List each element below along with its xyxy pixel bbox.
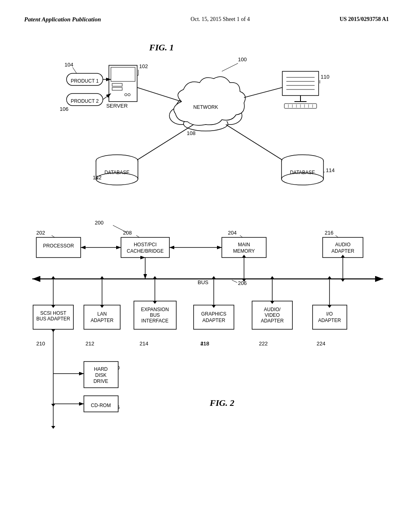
scsi-label2: BUS ADAPTER [36,316,70,322]
audio-adapter-label1: AUDIO [335,242,350,247]
publication-date-sheet: Oct. 15, 2015 Sheet 1 of 4 [191,16,250,23]
io-box [313,305,347,329]
io-label2: ADAPTER [318,318,341,323]
main-memory-label2: MEMORY [233,248,255,254]
ref-216: 216 [325,230,334,236]
main-memory-label1: MAIN [238,242,250,247]
ref-112: 112 [93,175,102,181]
line-network-monitor [244,87,282,98]
ref-212: 212 [86,341,94,347]
fig2-label: FIG. 2 [209,398,234,408]
hdd-label1: HARD [94,366,108,372]
hdd-label3: DRIVE [94,378,108,384]
ref-110: 110 [321,74,330,80]
ref-200: 200 [95,220,104,226]
io-label1: I/O [326,311,333,317]
server-screen [111,67,135,81]
figure-1: FIG. 1 100 102 SERVER PRODUCT 1 104 [24,35,389,204]
server-label: SERVER [106,103,127,109]
ref-222: 222 [259,341,268,347]
ref-208: 208 [123,230,132,236]
expansion-label1: EXPANSION [141,307,169,312]
graphics-box [194,305,234,329]
bus-label: BUS [198,279,209,285]
ref-108: 108 [187,130,196,136]
server-drive2 [112,87,122,90]
expansion-label3: INTERFACE [141,318,168,324]
arrow-ext-down [51,426,55,429]
ref-104: 104 [65,62,73,68]
server-drive1 [112,83,122,86]
arrow-graphics-up [212,276,216,279]
host-pci-label1: HOST/PCI [134,242,157,247]
ref-102: 102 [139,63,148,69]
ref-106: 106 [60,106,69,112]
expansion-label2: BUS [150,312,160,318]
graphics-label1: GRAPHICS [201,311,227,317]
db1-label: DATABASE [104,170,129,175]
lan-label1: LAN [97,311,106,317]
ref-210: 210 [36,341,45,347]
hdd-label2: DISK [95,372,106,378]
ref-224: 224 [317,341,325,347]
graphics-label2: ADAPTER [202,318,225,323]
figure-2: 200 202 PROCESSOR 208 HOST/PCI CACHE/BRI… [24,212,389,438]
ref-100: 100 [238,56,247,62]
network-label: NETWORK [193,104,218,110]
publication-number: US 2015/0293758 A1 [340,16,389,23]
lan-label2: ADAPTER [91,318,114,323]
ref-204: 204 [228,230,237,236]
ref-202: 202 [36,230,45,236]
line-network-db1 [137,125,194,160]
monitor-screen [282,71,319,96]
server-dot [125,94,127,96]
audio-video-label3: ADAPTER [261,318,284,324]
server-dot2 [128,94,130,96]
svg-line-3 [73,67,77,73]
lan-box [84,305,120,329]
arrow-audio-down [341,279,345,282]
audio-video-label2: VIDEO [265,312,280,318]
cdrom-label: CD-ROM [91,403,111,408]
svg-line-0 [222,63,238,71]
arrow-avideo-up [270,276,274,279]
host-pci-label2: CACHE/BRIDGE [127,248,163,254]
fig1-svg: FIG. 1 100 102 SERVER PRODUCT 1 104 [24,35,387,204]
ref-214: 214 [140,341,148,347]
fig1-label: FIG. 1 [149,42,174,52]
audio-video-label1: AUDIO/ [264,307,281,312]
page: Patent Application Publication Oct. 15, … [0,0,413,532]
arrow-p2-server [103,94,111,100]
fig2-svg: 200 202 PROCESSOR 208 HOST/PCI CACHE/BRI… [24,212,395,438]
arrow-exp-up [153,276,157,279]
arrow-lan-up [100,276,104,279]
ref-218-correct: 218 [200,341,209,347]
svg-line-18 [232,280,237,283]
db2-label: DATABASE [290,170,315,175]
arrow-scsi-up [51,276,55,279]
product1-label: PRODUCT 1 [71,78,98,84]
publication-title: Patent Application Publication [24,16,101,23]
ref-114: 114 [326,167,335,173]
arrow-hdd-down [51,329,55,332]
processor-label: PROCESSOR [43,243,74,249]
ref-206: 206 [238,280,247,286]
line-server-network [137,87,181,102]
page-header: Patent Application Publication Oct. 15, … [24,16,389,23]
product2-label: PRODUCT 2 [71,98,98,104]
line-network-db2 [226,125,282,160]
arrow-io-up [327,276,332,279]
audio-adapter-label2: ADAPTER [332,248,355,254]
scsi-label1: SCSI HOST [40,310,67,316]
